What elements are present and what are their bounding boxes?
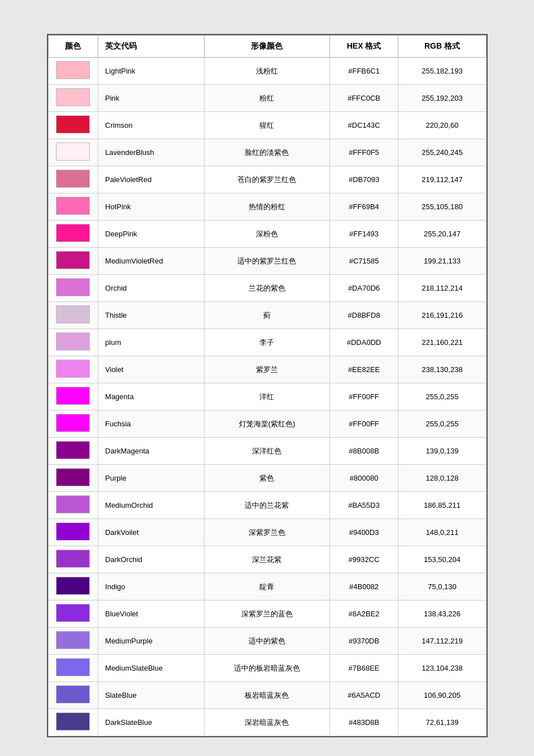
color-name: LightPink — [98, 58, 205, 85]
color-name: Pink — [98, 85, 205, 112]
color-rgb: 216,191,216 — [398, 302, 486, 329]
color-description: 靛青 — [205, 573, 329, 601]
color-description: 板岩暗蓝灰色 — [205, 682, 329, 709]
color-swatch — [56, 224, 90, 242]
color-swatch — [56, 712, 90, 731]
color-name: DarkOrchid — [98, 546, 205, 573]
table-row: Indigo靛青#4B008275,0,130 — [48, 573, 486, 601]
color-description: 深紫罗兰色 — [205, 519, 329, 546]
color-hex: #9400D3 — [329, 519, 398, 546]
color-hex: #DDA0DD — [329, 329, 398, 356]
color-swatch-cell — [48, 465, 98, 492]
color-swatch-cell — [48, 546, 98, 573]
color-description: 适中的兰花紫 — [205, 492, 329, 519]
color-description: 猩红 — [205, 112, 329, 139]
color-rgb: 255,182,193 — [398, 58, 486, 85]
color-swatch-cell — [48, 193, 98, 221]
color-description: 深洋红色 — [205, 438, 329, 465]
color-swatch — [56, 522, 90, 541]
color-hex: #4B0082 — [329, 573, 398, 601]
color-hex: #7B68EE — [329, 655, 398, 682]
color-description: 热情的粉红 — [205, 193, 329, 221]
header-rgb: RGB 格式 — [398, 36, 486, 58]
color-hex: #FF00FF — [329, 383, 398, 411]
color-swatch-cell — [48, 329, 98, 356]
color-hex: #DB7093 — [329, 166, 398, 193]
color-swatch — [56, 88, 90, 106]
table-row: MediumVioletRed适中的紫罗兰红色#C71585199,21,133 — [48, 248, 486, 275]
table-row: Fuchsia灯笼海棠(紫红色)#FF00FF255,0,255 — [48, 411, 486, 438]
header-name: 英文代码 — [98, 36, 205, 58]
color-name: MediumOrchid — [98, 492, 205, 519]
table-row: DeepPink深粉色#FF1493255,20,147 — [48, 221, 486, 248]
color-name: HotPink — [98, 193, 205, 221]
color-swatch — [56, 441, 90, 459]
color-rgb: 221,160,221 — [398, 329, 486, 356]
color-swatch — [56, 170, 90, 188]
color-name: DeepPink — [98, 221, 205, 248]
color-hex: #DA70D6 — [329, 275, 398, 302]
color-name: Indigo — [98, 573, 205, 601]
color-rgb: 255,192,203 — [398, 85, 486, 112]
color-rgb: 138,43,226 — [398, 601, 486, 628]
color-name: DarkSlateBlue — [98, 709, 205, 736]
color-swatch-cell — [48, 356, 98, 383]
color-swatch — [56, 332, 90, 351]
color-name: DarkMagenta — [98, 438, 205, 465]
color-hex: #FF1493 — [329, 221, 398, 248]
color-description: 粉红 — [205, 85, 329, 112]
color-swatch-cell — [48, 221, 98, 248]
table-row: SlateBlue板岩暗蓝灰色#6A5ACD106,90,205 — [48, 682, 486, 709]
color-rgb: 238,130,238 — [398, 356, 486, 383]
color-rgb: 255,105,180 — [398, 193, 486, 221]
color-swatch — [56, 197, 90, 215]
color-rgb: 128,0,128 — [398, 465, 486, 492]
color-hex: #8A2BE2 — [329, 601, 398, 628]
color-hex: #FFF0F5 — [329, 139, 398, 166]
color-name: Fuchsia — [98, 411, 205, 438]
color-name: PaleVioletRed — [98, 166, 205, 193]
color-swatch-cell — [48, 682, 98, 709]
color-name: plum — [98, 329, 205, 356]
table-row: BlueViolet深紫罗兰的蓝色#8A2BE2138,43,226 — [48, 601, 486, 628]
color-hex: #FF00FF — [329, 411, 398, 438]
color-description: 灯笼海棠(紫红色) — [205, 411, 329, 438]
color-description: 深兰花紫 — [205, 546, 329, 573]
table-row: Violet紫罗兰#EE82EE238,130,238 — [48, 356, 486, 383]
color-rgb: 218,112,214 — [398, 275, 486, 302]
color-swatch-cell — [48, 58, 98, 85]
color-swatch-cell — [48, 248, 98, 275]
color-rgb: 75,0,130 — [398, 573, 486, 601]
color-rgb: 219,112,147 — [398, 166, 486, 193]
color-swatch — [56, 468, 90, 486]
color-hex: #8B008B — [329, 438, 398, 465]
color-swatch — [56, 414, 90, 432]
color-description: 深粉色 — [205, 221, 329, 248]
color-description: 深岩暗蓝灰色 — [205, 709, 329, 736]
color-hex: #483D8B — [329, 709, 398, 736]
color-description: 兰花的紫色 — [205, 275, 329, 302]
color-rgb: 255,0,255 — [398, 383, 486, 411]
color-swatch-cell — [48, 139, 98, 166]
header-hex: HEX 格式 — [329, 36, 398, 58]
table-row: DarkSlateBlue深岩暗蓝灰色#483D8B72,61,139 — [48, 709, 486, 736]
color-name: LavenderBlush — [98, 139, 205, 166]
color-description: 洋红 — [205, 383, 329, 411]
color-name: Violet — [98, 356, 205, 383]
color-table: 颜色 英文代码 形像颜色 HEX 格式 RGB 格式 LightPink浅粉红#… — [48, 35, 487, 736]
color-hex: #EE82EE — [329, 356, 398, 383]
color-swatch — [56, 251, 90, 269]
color-swatch-cell — [48, 275, 98, 302]
color-swatch — [56, 604, 90, 622]
color-name: MediumVioletRed — [98, 248, 205, 275]
header-desc: 形像颜色 — [205, 36, 329, 58]
color-swatch-cell — [48, 601, 98, 628]
table-row: plum李子#DDA0DD221,160,221 — [48, 329, 486, 356]
table-row: LavenderBlush脸红的淡紫色#FFF0F5255,240,245 — [48, 139, 486, 166]
color-hex: #D8BFD8 — [329, 302, 398, 329]
color-swatch-cell — [48, 519, 98, 546]
color-swatch-cell — [48, 166, 98, 193]
color-description: 苍白的紫罗兰红色 — [205, 166, 329, 193]
color-swatch — [56, 495, 90, 513]
color-swatch — [56, 61, 90, 79]
